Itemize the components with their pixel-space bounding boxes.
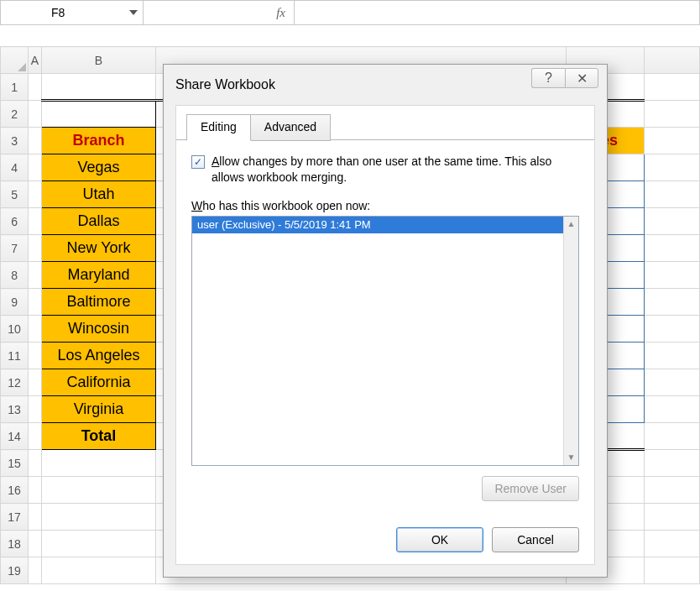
data-cell[interactable]: California [41,369,155,396]
data-cell[interactable]: Wincosin [41,316,155,343]
cell[interactable] [29,128,42,154]
row-header[interactable]: 8 [1,262,29,289]
data-cell[interactable]: Virginia [41,396,155,423]
row-header[interactable]: 7 [1,235,29,262]
cell[interactable] [29,181,42,208]
cell[interactable] [644,423,699,450]
row-header[interactable]: 14 [1,423,29,450]
col-header-a[interactable]: A [29,47,42,74]
row-header[interactable]: 16 [1,477,29,504]
name-box-dropdown-icon[interactable] [128,6,139,19]
cell[interactable] [644,101,699,128]
tab-editing[interactable]: Editing [186,114,251,141]
cell[interactable] [29,208,42,235]
cell[interactable] [644,208,699,235]
cell[interactable] [644,74,699,101]
tab-advanced-label: Advanced [264,120,316,133]
cell[interactable] [29,450,42,477]
cell[interactable] [41,74,155,101]
row-header[interactable]: 17 [1,504,29,531]
cell[interactable] [41,450,155,477]
ok-button[interactable]: OK [396,527,483,552]
scroll-track[interactable] [564,232,578,450]
list-scrollbar[interactable]: ▲ ▼ [563,217,578,465]
data-cell[interactable]: New York [41,235,155,262]
cell[interactable] [644,369,699,396]
select-all-corner[interactable] [1,47,29,74]
cell[interactable] [29,316,42,343]
data-cell[interactable]: Baltimore [41,289,155,316]
data-cell[interactable]: Los Angeles [41,343,155,369]
col-header-blank3[interactable] [644,47,699,74]
cell[interactable] [41,477,155,504]
cell[interactable] [644,235,699,262]
allow-changes-checkbox[interactable]: ✓ [191,155,205,169]
cell[interactable] [29,235,42,262]
cell[interactable] [29,343,42,369]
cell[interactable] [644,289,699,316]
cell[interactable] [644,128,699,154]
tab-advanced[interactable]: Advanced [250,114,331,141]
row-header[interactable]: 12 [1,369,29,396]
cell[interactable] [644,477,699,504]
cell[interactable] [644,343,699,369]
data-cell[interactable]: Vegas [41,154,155,181]
row-header[interactable]: 5 [1,181,29,208]
cell[interactable] [644,316,699,343]
cell[interactable] [29,557,42,584]
cell[interactable] [644,181,699,208]
cell[interactable] [29,74,42,101]
close-button[interactable]: ✕ [565,68,598,88]
data-cell[interactable]: Utah [41,181,155,208]
row-header[interactable]: 3 [1,128,29,154]
data-cell[interactable]: Dallas [41,208,155,235]
row-header[interactable]: 9 [1,289,29,316]
dialog-titlebar[interactable]: Share Workbook ? ✕ [164,65,607,105]
cell[interactable] [644,504,699,531]
cell[interactable] [29,369,42,396]
cell[interactable] [29,289,42,316]
cell[interactable] [644,450,699,477]
cell[interactable] [41,531,155,557]
scroll-down-icon[interactable]: ▼ [564,450,578,465]
cell[interactable] [644,396,699,423]
header-branch[interactable]: Branch [41,128,155,154]
row-header[interactable]: 19 [1,557,29,584]
scroll-up-icon[interactable]: ▲ [564,217,578,232]
cell[interactable] [644,262,699,289]
remove-user-button: Remove User [482,476,579,501]
fx-icon[interactable]: fx [276,6,285,20]
col-header-b[interactable]: B [41,47,155,74]
cell[interactable] [29,154,42,181]
row-header[interactable]: 6 [1,208,29,235]
row-header[interactable]: 4 [1,154,29,181]
name-box[interactable]: F8 [1,1,144,24]
cancel-button[interactable]: Cancel [492,527,579,552]
cell[interactable] [644,557,699,584]
share-workbook-dialog: Share Workbook ? ✕ Editing Advanced ✓ Al… [163,64,608,578]
cell[interactable] [644,531,699,557]
data-cell[interactable]: Maryland [41,262,155,289]
row-header[interactable]: 2 [1,101,29,128]
cell[interactable] [29,531,42,557]
cell[interactable] [29,423,42,450]
list-item[interactable]: user (Exclusive) - 5/5/2019 1:41 PM [192,217,563,233]
row-header[interactable]: 11 [1,343,29,369]
row-header[interactable]: 15 [1,450,29,477]
cell[interactable] [29,477,42,504]
help-button[interactable]: ? [531,68,565,88]
cell[interactable] [644,154,699,181]
row-header[interactable]: 10 [1,316,29,343]
row-header[interactable]: 1 [1,74,29,101]
cell[interactable] [29,101,42,128]
cell[interactable] [41,504,155,531]
cell[interactable] [41,101,155,128]
users-listbox[interactable]: user (Exclusive) - 5/5/2019 1:41 PM ▲ ▼ [191,216,579,466]
cell[interactable] [29,262,42,289]
row-header[interactable]: 13 [1,396,29,423]
cell[interactable] [41,557,155,584]
cell[interactable] [29,396,42,423]
row-header[interactable]: 18 [1,531,29,557]
total-cell[interactable]: Total [41,423,155,450]
cell[interactable] [29,504,42,531]
